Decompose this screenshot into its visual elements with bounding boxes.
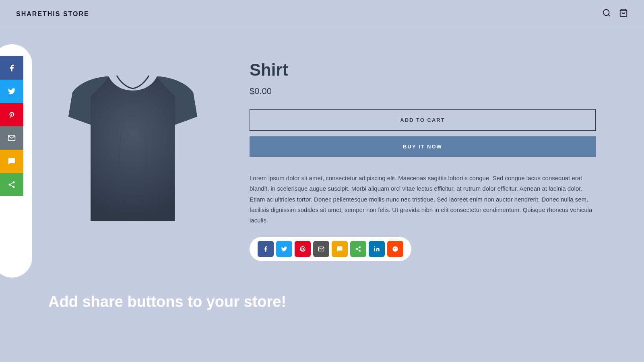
product-image [64,52,201,245]
svg-point-10 [356,248,357,250]
inline-sms-btn[interactable] [332,241,348,257]
svg-line-13 [357,248,359,249]
svg-line-7 [10,183,13,184]
inline-reddit-btn[interactable] [387,241,403,257]
sidebar-pinterest-btn[interactable] [0,103,23,126]
product-details: Shirt $0.00 ADD TO CART BUY IT NOW Lorem… [250,52,596,261]
footer-cta: Add share buttons to your store! [0,285,644,327]
buy-it-now-button[interactable]: BUY IT NOW [250,136,596,157]
product-description: Lorem ipsum dolor sit amet, consectetur … [250,173,596,226]
sidebar-email-btn[interactable] [0,126,23,150]
cart-icon[interactable] [619,8,628,19]
product-price: $0.00 [250,86,596,97]
inline-twitter-btn[interactable] [276,241,292,257]
product-image-container [48,52,217,245]
inline-share-bar [250,237,411,261]
svg-point-14 [374,247,375,248]
sidebar-sharethis-btn[interactable] [0,173,23,196]
inline-pinterest-btn[interactable] [295,241,311,257]
svg-line-12 [357,249,359,251]
store-title: SHARETHIS STORE [16,10,89,18]
sidebar-share-panel [0,56,23,196]
svg-point-3 [13,181,15,183]
search-icon[interactable] [602,8,611,19]
sidebar-facebook-btn[interactable] [0,56,23,80]
svg-point-0 [603,10,609,16]
add-to-cart-button[interactable]: ADD TO CART [250,109,596,131]
inline-sharethis-btn[interactable] [350,241,366,257]
inline-email-btn[interactable] [313,241,329,257]
sidebar-twitter-btn[interactable] [0,80,23,103]
product-title: Shirt [250,60,596,80]
svg-point-5 [13,186,15,188]
svg-line-1 [608,14,610,16]
svg-point-16 [394,249,395,249]
sidebar-sms-btn[interactable] [0,150,23,173]
header: SHARETHIS STORE [0,0,644,28]
main-content: Shirt $0.00 ADD TO CART BUY IT NOW Lorem… [0,28,644,285]
svg-point-9 [359,247,361,248]
inline-facebook-btn[interactable] [258,241,274,257]
svg-line-6 [10,185,13,186]
svg-point-17 [396,249,396,249]
inline-linkedin-btn[interactable] [369,241,385,257]
svg-point-15 [392,247,398,252]
svg-point-4 [9,184,11,186]
svg-point-11 [359,250,361,252]
footer-cta-text: Add share buttons to your store! [48,293,286,310]
header-icons [602,8,628,19]
